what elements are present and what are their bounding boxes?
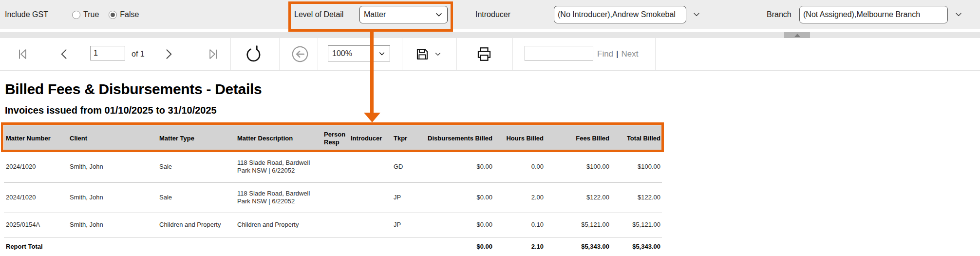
radio-true-label: True bbox=[83, 10, 99, 19]
table-row: 2024/1020 Smith, John Sale 118 Slade Roa… bbox=[4, 152, 662, 182]
cell-total-billed: $5,121.00 bbox=[611, 213, 662, 237]
cell-matter-number: 2024/1020 bbox=[4, 182, 68, 213]
report-total-label: Report Total bbox=[4, 237, 68, 256]
cell-client: Smith, John bbox=[68, 152, 157, 182]
total-disbursements-billed: $0.00 bbox=[421, 237, 494, 256]
report-total-row: Report Total $0.00 2.10 $5,343.00 $5,343… bbox=[4, 237, 662, 256]
cell-introducer bbox=[349, 152, 392, 182]
next-page-icon bbox=[162, 47, 175, 61]
radio-false[interactable] bbox=[109, 11, 117, 19]
include-gst-radio-group: True False bbox=[72, 0, 146, 29]
col-disbursements-billed: Disbursements Billed bbox=[421, 125, 494, 152]
first-page-button[interactable] bbox=[13, 45, 32, 63]
previous-page-button[interactable] bbox=[55, 45, 74, 63]
include-gst-label: Include GST bbox=[5, 0, 48, 29]
find-input[interactable] bbox=[525, 46, 593, 61]
printer-icon bbox=[475, 45, 493, 63]
page-number-input[interactable] bbox=[90, 46, 125, 60]
previous-page-icon bbox=[57, 47, 71, 61]
page-count-label: of 1 bbox=[132, 38, 145, 70]
col-total-billed: Total Billed bbox=[611, 125, 662, 152]
toolbar-divider bbox=[655, 38, 656, 70]
cell-matter-number: 2025/0154A bbox=[4, 213, 68, 237]
parameter-bar: Include GST True False Level of Detail M… bbox=[0, 0, 980, 29]
toolbar-divider bbox=[512, 38, 513, 70]
introducer-value: (No Introducer),Andrew Smokebal bbox=[558, 10, 676, 19]
branch-label: Branch bbox=[767, 0, 792, 29]
cell-fees-billed: $5,121.00 bbox=[545, 213, 611, 237]
branch-field[interactable]: (Not Assigned),Melbourne Branch bbox=[799, 6, 948, 23]
table-header-row: Matter Number Client Matter Type Matter … bbox=[4, 125, 662, 152]
toolbar-divider bbox=[456, 38, 457, 70]
last-page-icon bbox=[206, 47, 221, 61]
total-fees-billed: $5,343.00 bbox=[545, 237, 611, 256]
toolbar-divider bbox=[230, 38, 231, 70]
cell-client: Smith, John bbox=[68, 213, 157, 237]
cell-person-resp bbox=[322, 213, 349, 237]
cell-total-billed: $122.00 bbox=[611, 182, 662, 213]
find-next-controls: Find|Next bbox=[597, 38, 638, 70]
print-button[interactable] bbox=[473, 44, 495, 64]
zoom-select[interactable]: 100% bbox=[328, 45, 390, 61]
cell-matter-description: 118 Slade Road, Bardwell Park NSW | 6/22… bbox=[235, 152, 322, 182]
cell-matter-description: Children and Property bbox=[235, 213, 322, 237]
cell-person-resp bbox=[322, 152, 349, 182]
cell-tkpr: JP bbox=[392, 213, 421, 237]
total-hours-billed: 2.10 bbox=[494, 237, 545, 256]
collapse-parameters-button[interactable] bbox=[784, 32, 810, 38]
refresh-button[interactable] bbox=[243, 44, 264, 64]
zoom-value: 100% bbox=[332, 49, 352, 58]
refresh-icon bbox=[244, 45, 263, 63]
find-next-separator: | bbox=[613, 49, 621, 59]
cell-person-resp bbox=[322, 182, 349, 213]
cell-client: Smith, John bbox=[68, 182, 157, 213]
triangle-up-icon bbox=[794, 34, 800, 37]
introducer-label: Introducer bbox=[475, 0, 510, 29]
col-client: Client bbox=[68, 125, 157, 152]
cell-introducer bbox=[349, 182, 392, 213]
cell-matter-type: Sale bbox=[157, 182, 235, 213]
next-page-button[interactable] bbox=[159, 45, 178, 63]
last-page-button[interactable] bbox=[204, 45, 223, 63]
total-total-billed: $5,343.00 bbox=[611, 237, 662, 256]
toolbar-divider bbox=[402, 38, 402, 70]
introducer-chevron-down-icon[interactable] bbox=[692, 10, 701, 19]
report-table: Matter Number Client Matter Type Matter … bbox=[4, 125, 662, 256]
cell-disbursements-billed: $0.00 bbox=[421, 182, 494, 213]
radio-false-label: False bbox=[120, 10, 139, 19]
cell-total-billed: $100.00 bbox=[611, 152, 662, 182]
cell-tkpr: JP bbox=[392, 182, 421, 213]
cell-matter-number: 2024/1020 bbox=[4, 152, 68, 182]
branch-chevron-down-icon[interactable] bbox=[954, 10, 963, 19]
chevron-down-icon bbox=[434, 10, 443, 19]
col-person-resp: Person Resp bbox=[322, 125, 349, 152]
level-of-detail-value: Matter bbox=[364, 10, 386, 19]
branch-value: (Not Assigned),Melbourne Branch bbox=[803, 10, 920, 19]
level-of-detail-select[interactable]: Matter bbox=[359, 6, 448, 23]
next-link[interactable]: Next bbox=[622, 49, 639, 59]
toolbar-divider bbox=[279, 38, 280, 70]
col-fees-billed: Fees BIlled bbox=[545, 125, 611, 152]
chevron-down-icon bbox=[378, 50, 386, 58]
annotation-arrow-head bbox=[364, 113, 380, 122]
chevron-down-icon bbox=[434, 50, 442, 58]
cell-fees-billed: $122.00 bbox=[545, 182, 611, 213]
back-arrow-icon bbox=[291, 45, 309, 63]
cell-matter-description: 118 Slade Road, Bardwell Park NSW | 6/22… bbox=[235, 182, 322, 213]
col-tkpr: Tkpr bbox=[392, 125, 421, 152]
col-matter-description: Matter Description bbox=[235, 125, 322, 152]
export-button[interactable] bbox=[412, 45, 444, 63]
parameter-panel-divider bbox=[0, 32, 980, 38]
find-link[interactable]: Find bbox=[597, 49, 613, 59]
col-matter-type: Matter Type bbox=[157, 125, 235, 152]
level-of-detail-label: Level of Detail bbox=[294, 0, 343, 29]
cell-matter-type: Sale bbox=[157, 152, 235, 182]
report-viewer-toolbar: of 1 100% bbox=[0, 38, 980, 71]
back-button[interactable] bbox=[289, 44, 311, 64]
first-page-icon bbox=[15, 47, 30, 61]
introducer-field[interactable]: (No Introducer),Andrew Smokebal bbox=[554, 6, 686, 23]
cell-disbursements-billed: $0.00 bbox=[421, 152, 494, 182]
radio-true[interactable] bbox=[72, 11, 80, 19]
table-row: 2025/0154A Smith, John Children and Prop… bbox=[4, 213, 662, 237]
col-introducer: Introducer bbox=[349, 125, 392, 152]
